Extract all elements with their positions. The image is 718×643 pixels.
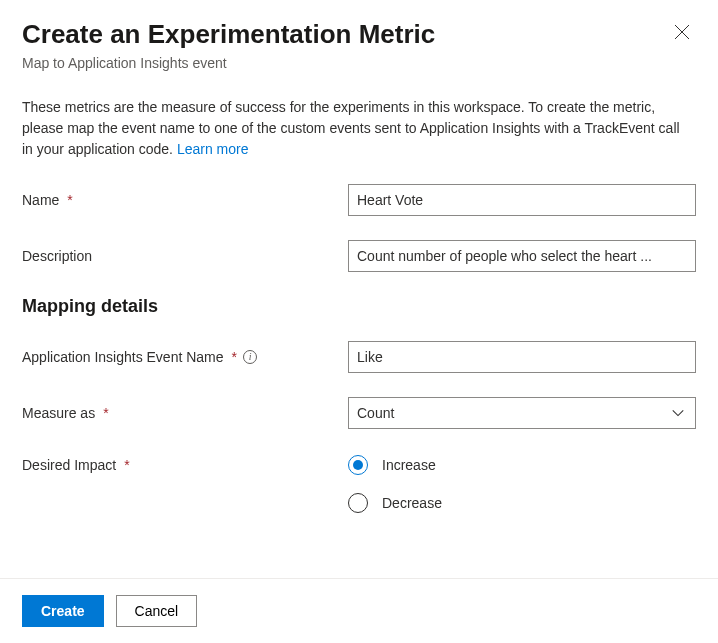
measure-as-value: Count (357, 405, 394, 421)
measure-as-select[interactable]: Count (348, 397, 696, 429)
description-label: Description (22, 248, 332, 264)
event-name-input[interactable] (348, 341, 696, 373)
name-label: Name* (22, 192, 332, 208)
required-marker: * (124, 457, 129, 473)
close-button[interactable] (668, 18, 696, 46)
intro-body: These metrics are the measure of success… (22, 99, 680, 157)
required-marker: * (67, 192, 72, 208)
close-icon (674, 24, 690, 40)
cancel-button[interactable]: Cancel (116, 595, 198, 627)
radio-button-icon (348, 455, 368, 475)
radio-button-icon (348, 493, 368, 513)
radio-decrease-label: Decrease (382, 495, 442, 511)
intro-text: These metrics are the measure of success… (22, 97, 692, 160)
description-input[interactable] (348, 240, 696, 272)
chevron-down-icon (671, 406, 685, 420)
required-marker: * (232, 349, 237, 365)
required-marker: * (103, 405, 108, 421)
radio-increase-label: Increase (382, 457, 436, 473)
page-title: Create an Experimentation Metric (22, 18, 435, 51)
name-input[interactable] (348, 184, 696, 216)
radio-decrease[interactable]: Decrease (348, 493, 696, 513)
page-subtitle: Map to Application Insights event (22, 55, 435, 71)
info-icon[interactable]: i (243, 350, 257, 364)
desired-impact-radio-group: Increase Decrease (348, 453, 696, 513)
desired-impact-label: Desired Impact* (22, 453, 332, 473)
learn-more-link[interactable]: Learn more (177, 141, 249, 157)
mapping-details-heading: Mapping details (22, 296, 696, 317)
radio-increase[interactable]: Increase (348, 455, 696, 475)
dialog-footer: Create Cancel (0, 578, 718, 643)
measure-as-label: Measure as* (22, 405, 332, 421)
event-name-label: Application Insights Event Name* i (22, 349, 332, 365)
create-button[interactable]: Create (22, 595, 104, 627)
